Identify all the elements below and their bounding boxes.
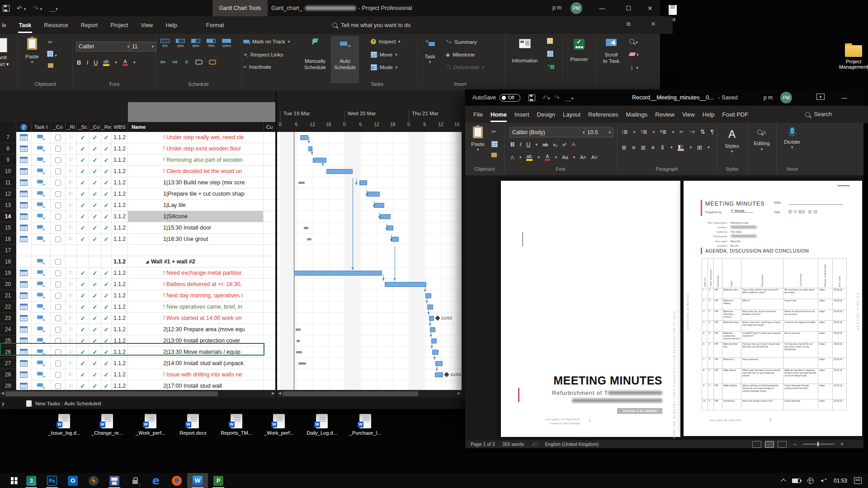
task-row-25[interactable]: 25⚐✓✓✓1.1.22|13:00 Install protection co… bbox=[0, 335, 276, 347]
tab-foxit-pdf[interactable]: Foxit PDF bbox=[722, 111, 749, 118]
agenda-table[interactable]: Item no.Time allocatedPresenterTopicDisc… bbox=[702, 258, 847, 410]
percent-complete-75%[interactable]: 75% bbox=[204, 39, 218, 48]
information-button[interactable]: Information bbox=[507, 39, 542, 64]
task-row-21[interactable]: 21⚐✓✓✓1.1.2! Next day morning, operative… bbox=[0, 290, 276, 301]
column-header-_Co[interactable]: _Co bbox=[89, 122, 101, 132]
grid-hscrollbar[interactable]: ◀ ▶ bbox=[0, 390, 276, 398]
row-number[interactable]: 18 bbox=[0, 256, 16, 267]
checkbox-cell[interactable] bbox=[51, 155, 66, 166]
check-cell[interactable]: ✓ bbox=[89, 222, 101, 234]
check-cell[interactable]: ✓ bbox=[77, 313, 89, 324]
check-cell[interactable]: ✓ bbox=[101, 132, 112, 143]
cu-cell[interactable] bbox=[264, 211, 276, 222]
check-cell[interactable]: ✓ bbox=[101, 290, 112, 301]
bullets-button[interactable]: ⁝≣ bbox=[622, 129, 628, 135]
line-spacing-button[interactable]: ⇕ bbox=[660, 144, 665, 151]
menu-tab-resource[interactable]: Resource bbox=[44, 22, 68, 28]
taskbar-ms-project[interactable]: P bbox=[208, 473, 229, 488]
copy-icon[interactable] bbox=[491, 141, 498, 148]
clear-icon[interactable]: ▾ bbox=[629, 52, 639, 57]
taskbar-firefox-browser[interactable] bbox=[166, 473, 187, 488]
font-color-button[interactable]: A bbox=[545, 154, 550, 161]
task-row-7[interactable]: 7⚐✓✓✓1.1.2! Under step really wet, need … bbox=[0, 132, 276, 143]
flag-cell[interactable] bbox=[66, 256, 77, 267]
tab-review[interactable]: Review bbox=[655, 111, 675, 118]
info-cell[interactable] bbox=[16, 143, 32, 155]
milestone-button[interactable]: ◆ Milestone bbox=[446, 52, 475, 58]
underline-button[interactable]: U bbox=[526, 141, 530, 148]
menu-tab-view[interactable]: View bbox=[141, 22, 153, 28]
gantt-bar-task-19[interactable] bbox=[294, 271, 382, 276]
checkbox[interactable] bbox=[55, 349, 61, 355]
row-number[interactable]: 23 bbox=[0, 313, 16, 324]
wbs-cell[interactable]: 1.1.2 bbox=[112, 380, 128, 390]
task-mode-cell[interactable] bbox=[32, 335, 51, 347]
check-cell[interactable]: ✓ bbox=[89, 324, 101, 335]
zoom-slider[interactable] bbox=[803, 444, 835, 445]
check-cell[interactable]: ✓ bbox=[89, 301, 101, 313]
editing-button[interactable]: A Editing ▾ bbox=[750, 129, 774, 152]
flag-cell[interactable]: ⚐ bbox=[66, 155, 77, 166]
avatar[interactable]: PM bbox=[780, 92, 792, 103]
contextual-tab-gantt-chart-tools[interactable]: Gantt Chart Tools bbox=[212, 0, 268, 16]
wbs-cell[interactable]: 1.1.2 bbox=[112, 155, 128, 166]
align-right-button[interactable]: ≣ bbox=[641, 144, 646, 151]
bold-button[interactable]: B bbox=[510, 141, 514, 148]
checkbox-cell[interactable] bbox=[51, 143, 66, 155]
taskbar-winamp[interactable]: ϟ bbox=[83, 473, 104, 488]
task-row-19[interactable]: 19⚐✓✓✓1.1.2! Need exchange metal partiti… bbox=[0, 267, 276, 279]
check-cell[interactable]: ✓ bbox=[77, 155, 89, 166]
flag-cell[interactable]: ⚐ bbox=[66, 279, 77, 290]
info-cell[interactable] bbox=[16, 200, 32, 211]
check-cell[interactable] bbox=[101, 245, 112, 256]
flag-cell[interactable]: ⚐ bbox=[66, 211, 77, 222]
column-header-Name[interactable]: Name bbox=[128, 122, 264, 132]
gantt-bar-task-25[interactable] bbox=[431, 338, 437, 343]
flag-cell[interactable]: ⚐ bbox=[66, 132, 77, 143]
close-document-icon[interactable]: ✕ bbox=[651, 21, 656, 27]
flag-cell[interactable] bbox=[66, 245, 77, 256]
checkbox-cell[interactable] bbox=[51, 245, 66, 256]
avatar[interactable]: PM bbox=[571, 2, 582, 14]
menu-tab-help[interactable]: Help bbox=[165, 22, 177, 28]
check-cell[interactable]: ✓ bbox=[101, 222, 112, 234]
flag-cell[interactable]: ⚐ bbox=[66, 188, 77, 200]
checkbox[interactable] bbox=[55, 236, 61, 242]
check-cell[interactable]: ✓ bbox=[77, 143, 89, 155]
font-color-button[interactable]: A bbox=[123, 59, 128, 66]
search-box[interactable]: Search bbox=[805, 106, 832, 123]
menu-tab-report[interactable]: Report bbox=[81, 22, 98, 28]
info-cell[interactable] bbox=[16, 380, 32, 390]
task-mode-cell[interactable] bbox=[32, 222, 51, 234]
task-name-cell[interactable]: 2|12:30 Prepare area (move equ bbox=[128, 324, 264, 335]
check-cell[interactable]: ✓ bbox=[89, 290, 101, 301]
checkbox[interactable] bbox=[55, 293, 61, 299]
tab-design[interactable]: Design bbox=[537, 111, 555, 118]
task-name-cell[interactable]: ! Under step exist wooden floor bbox=[128, 143, 264, 155]
subscript-button[interactable]: x₂ bbox=[553, 142, 557, 147]
check-cell[interactable]: ✓ bbox=[77, 132, 89, 143]
info-cell[interactable] bbox=[16, 245, 32, 256]
check-cell[interactable]: ✓ bbox=[101, 143, 112, 155]
chart-hscrollbar[interactable]: ◀ ▶ bbox=[277, 390, 462, 398]
checkbox-cell[interactable] bbox=[51, 301, 66, 313]
check-cell[interactable]: ✓ bbox=[101, 188, 112, 200]
check-cell[interactable]: ✓ bbox=[89, 335, 101, 347]
flag-cell[interactable]: ⚐ bbox=[66, 335, 77, 347]
multilevel-list-button[interactable]: ᵃ≣ bbox=[660, 129, 667, 135]
customize-qat-icon[interactable]: ⸏▾ bbox=[565, 94, 574, 102]
check-cell[interactable]: ✓ bbox=[89, 143, 101, 155]
row-number[interactable]: 11 bbox=[0, 177, 16, 188]
row-number[interactable]: 17 bbox=[0, 245, 16, 256]
gantt-bar-task-12[interactable] bbox=[367, 192, 380, 197]
check-cell[interactable]: ✓ bbox=[89, 380, 101, 390]
flag-cell[interactable]: ⚐ bbox=[66, 267, 77, 279]
wbs-cell[interactable]: 1.1.2 bbox=[112, 347, 128, 358]
info-cell[interactable] bbox=[16, 256, 32, 267]
check-cell[interactable]: ✓ bbox=[77, 290, 89, 301]
check-cell[interactable]: ✓ bbox=[101, 358, 112, 369]
checkbox-cell[interactable] bbox=[51, 256, 66, 267]
row-number[interactable]: 15 bbox=[0, 222, 16, 234]
font-name-select[interactable]: Calibri (Body)▾ bbox=[509, 127, 587, 137]
taskbar-photoshop[interactable]: Ps bbox=[42, 473, 62, 488]
